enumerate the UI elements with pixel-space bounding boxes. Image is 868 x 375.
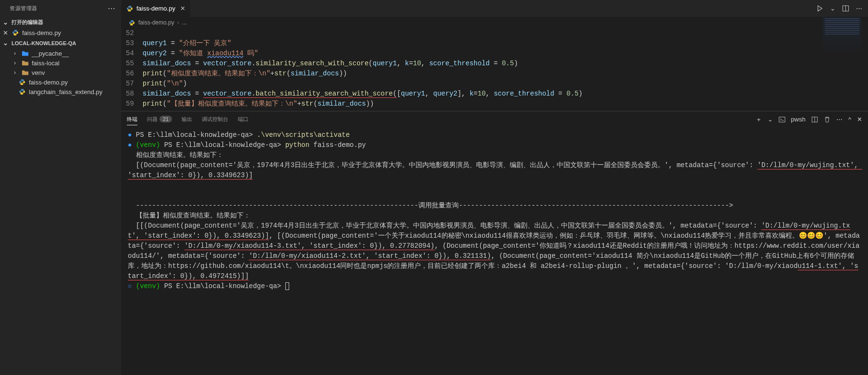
shell-icon[interactable] [779, 116, 785, 123]
python-icon [126, 5, 134, 12]
folder-item[interactable]: ›__pycache__ [0, 48, 121, 58]
panel-tab[interactable]: 终端 [127, 114, 137, 125]
explorer-header: 资源管理器 ⋯ [0, 0, 121, 17]
folder-label: __pycache__ [32, 50, 69, 57]
run-icon[interactable] [816, 5, 823, 12]
tab-bar: faiss-demo.py ✕ ⌄ ⋯ [121, 0, 868, 17]
editor-actions: ⌄ ⋯ [816, 0, 868, 17]
explorer-title: 资源管理器 [10, 5, 37, 12]
explorer-more-icon[interactable]: ⋯ [108, 4, 116, 13]
maximize-panel-icon[interactable]: ^ [848, 116, 851, 123]
terminal-line: 【批量】相似度查询结束。结果如下： [128, 211, 861, 221]
panel-tab[interactable]: 端口 [238, 114, 248, 125]
terminal-line: ● (venv) PS E:\llm\local-knowledge-qa> p… [128, 140, 861, 150]
folder-icon [21, 59, 29, 67]
folder-icon [21, 69, 29, 76]
python-icon [12, 29, 19, 36]
breadcrumb[interactable]: faiss-demo.py › ... [121, 17, 868, 28]
terminal-line: ○ (venv) PS E:\llm\local-knowledge-qa> [128, 281, 861, 291]
terminal-chevron-icon[interactable]: ⌄ [768, 116, 773, 123]
open-editors-section[interactable]: 打开的编辑器 [0, 17, 121, 28]
close-panel-icon[interactable]: ✕ [857, 116, 862, 123]
tab-faiss-demo[interactable]: faiss-demo.py ✕ [121, 0, 190, 17]
split-editor-icon[interactable] [842, 5, 849, 12]
svg-point-1 [130, 10, 131, 11]
panel-tab-label: 问题 [147, 116, 158, 122]
panel-tab[interactable]: 调试控制台 [202, 114, 228, 125]
bottom-panel: 终端问题21输出调试控制台端口 ＋ ⌄ pwsh ⋯ ^ ✕ ● PS E:\l… [121, 111, 868, 375]
code-editor[interactable]: 5253545556575859 query1 = "介绍一下 吴京"query… [121, 28, 868, 111]
tab-more-icon[interactable]: ⋯ [856, 5, 862, 12]
terminal-output[interactable]: ● PS E:\llm\local-knowledge-qa> .\venv\s… [121, 127, 868, 375]
panel-tab-label: 端口 [238, 116, 248, 122]
terminal-line: ----------------------------------------… [128, 201, 861, 211]
tab-label: faiss-demo.py [136, 5, 175, 12]
terminal-line: [[(Document(page_content='吴京，1974年4月3日出生… [128, 221, 861, 281]
panel-tab-label: 终端 [127, 116, 137, 122]
terminal-line: [(Document(page_content='吴京，1974年4月3日出生于… [128, 160, 861, 181]
folder-item[interactable]: ›faiss-local [0, 58, 121, 68]
file-item[interactable]: langchain_faiss_extend.py [0, 87, 121, 97]
open-editor-item[interactable]: ✕faiss-demo.py [0, 28, 121, 37]
problems-badge: 21 [159, 116, 172, 122]
sidebar: 资源管理器 ⋯ 打开的编辑器 ✕faiss-demo.py LOCAL-KNOW… [0, 0, 121, 375]
panel-tab-label: 输出 [182, 116, 192, 122]
folder-item[interactable]: ›venv [0, 68, 121, 77]
trash-icon[interactable] [824, 116, 831, 123]
editor-area: faiss-demo.py ✕ ⌄ ⋯ faiss-demo.py › ... … [121, 0, 868, 375]
terminal-line [128, 181, 861, 191]
folder-icon [21, 49, 29, 57]
minimap[interactable] [823, 17, 861, 56]
panel-tab[interactable]: 输出 [182, 114, 192, 125]
breadcrumb-file: faiss-demo.py [138, 19, 174, 26]
folder-label: venv [32, 69, 45, 76]
python-icon [18, 88, 26, 96]
code-content[interactable]: query1 = "介绍一下 吴京"query2 = "你知道 xiaodu11… [143, 28, 583, 109]
panel-tab-label: 调试控制台 [202, 116, 228, 122]
breadcrumb-rest: ... [182, 19, 187, 26]
close-icon[interactable]: ✕ [3, 29, 8, 36]
line-gutter: 5253545556575859 [121, 28, 143, 109]
panel-tab[interactable]: 问题21 [147, 114, 172, 125]
panel-more-icon[interactable]: ⋯ [836, 116, 843, 123]
workspace-section[interactable]: LOCAL-KNOWLEDGE-QA [0, 37, 121, 48]
file-label: langchain_faiss_extend.py [29, 88, 102, 96]
chevron-right-icon: › [12, 50, 18, 57]
workspace-label: LOCAL-KNOWLEDGE-QA [12, 40, 76, 46]
python-icon [18, 78, 26, 86]
svg-point-0 [129, 6, 129, 7]
terminal-line: ● PS E:\llm\local-knowledge-qa> .\venv\s… [128, 130, 861, 140]
close-icon[interactable]: ✕ [180, 5, 185, 12]
terminal-line [128, 191, 861, 201]
split-terminal-icon[interactable] [811, 116, 818, 123]
file-label: faiss-demo.py [22, 29, 61, 36]
open-editors-label: 打开的编辑器 [12, 19, 43, 26]
run-chevron-icon[interactable]: ⌄ [830, 5, 835, 12]
chevron-right-icon: › [177, 19, 179, 26]
chevron-right-icon: › [12, 60, 18, 66]
shell-label: pwsh [791, 116, 806, 123]
python-icon [128, 19, 135, 26]
terminal-line: 相似度查询结束。结果如下： [128, 150, 861, 160]
file-label: faiss-demo.py [29, 79, 68, 86]
folder-label: faiss-local [32, 60, 60, 67]
new-terminal-icon[interactable]: ＋ [756, 115, 762, 124]
panel-actions: ＋ ⌄ pwsh ⋯ ^ ✕ [756, 115, 862, 124]
chevron-right-icon: › [12, 69, 18, 76]
svg-rect-4 [779, 117, 784, 122]
file-item[interactable]: faiss-demo.py [0, 77, 121, 87]
panel-tab-bar: 终端问题21输出调试控制台端口 ＋ ⌄ pwsh ⋯ ^ ✕ [121, 111, 868, 127]
